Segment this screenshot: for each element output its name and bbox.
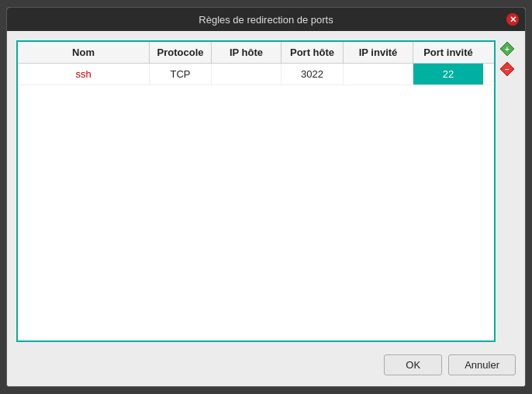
main-window: Règles de redirection de ports ✕ Nom Pro… <box>6 7 526 387</box>
table-body: ssh TCP 3022 22 <box>18 64 494 340</box>
cell-nom: ssh <box>18 64 150 85</box>
cell-port-invite: 22 <box>413 64 483 85</box>
cell-ip-hote <box>212 64 282 85</box>
cell-protocole: TCP <box>150 64 212 85</box>
cell-ip-invite <box>344 64 413 85</box>
svg-text:−: − <box>505 65 510 74</box>
action-buttons: + − <box>496 40 516 342</box>
col-header-port-invite: Port invité <box>413 42 483 63</box>
close-button[interactable]: ✕ <box>506 13 519 26</box>
window-body: Nom Protocole IP hôte Port hôte IP invit… <box>7 31 525 386</box>
cancel-button[interactable]: Annuler <box>448 354 516 375</box>
table-wrapper: Nom Protocole IP hôte Port hôte IP invit… <box>16 40 516 342</box>
col-header-ip-hote: IP hôte <box>212 42 282 63</box>
table-header: Nom Protocole IP hôte Port hôte IP invit… <box>18 42 494 64</box>
col-header-ip-invite: IP invité <box>344 42 413 63</box>
footer: OK Annuler <box>16 351 516 377</box>
ok-button[interactable]: OK <box>384 354 442 375</box>
remove-icon: − <box>499 61 515 77</box>
table-container: Nom Protocole IP hôte Port hôte IP invit… <box>16 40 496 342</box>
add-rule-button[interactable]: + <box>499 40 516 57</box>
table-row[interactable]: ssh TCP 3022 22 <box>18 64 494 85</box>
col-header-nom: Nom <box>18 42 150 63</box>
window-title: Règles de redirection de ports <box>199 14 333 26</box>
col-header-port-hote: Port hôte <box>282 42 344 63</box>
col-header-protocole: Protocole <box>150 42 212 63</box>
remove-rule-button[interactable]: − <box>499 60 516 78</box>
add-icon: + <box>499 41 515 57</box>
title-bar: Règles de redirection de ports ✕ <box>7 8 525 31</box>
cell-port-hote: 3022 <box>282 64 344 85</box>
svg-text:+: + <box>505 45 510 54</box>
close-icon: ✕ <box>510 15 516 25</box>
